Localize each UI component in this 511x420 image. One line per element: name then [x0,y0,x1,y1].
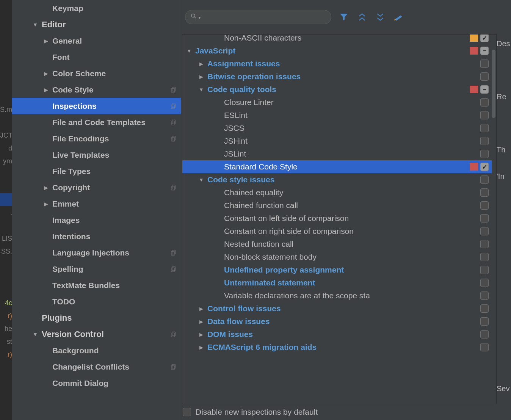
inspection-eslint[interactable]: ESLint [182,109,492,122]
filter-icon[interactable] [338,11,350,23]
inspection-assignment-issues[interactable]: ▶Assignment issues [182,57,492,70]
sidebar-item-intentions[interactable]: Intentions [12,228,181,244]
inspection-checkbox[interactable] [480,150,489,158]
inspection-code-style-issues[interactable]: ▼Code style issues [182,173,492,186]
inspection-checkbox[interactable] [480,34,489,42]
inspection-checkbox[interactable] [480,60,489,68]
inspection-checkbox[interactable] [480,266,489,274]
expand-all-icon[interactable] [356,11,368,23]
inspection-non-block-statement-body[interactable]: Non-block statement body [182,251,492,263]
sidebar-item-file-types[interactable]: File Types [12,163,181,179]
sidebar-item-file-and-code-templates[interactable]: File and Code Templates [12,114,181,130]
sidebar-item-editor[interactable]: ▼Editor [12,16,181,33]
sidebar-item-changelist-conflicts[interactable]: Changelist Conflicts [12,359,181,375]
inspection-checkbox[interactable] [480,47,489,55]
sidebar-item-plugins[interactable]: Plugins [12,310,181,326]
inspection-label: Constant on left side of comparison [224,214,480,223]
inspection-jslint[interactable]: JSLint [182,147,492,160]
inspection-dom-issues[interactable]: ▶DOM issues [182,328,492,341]
inspection-data-flow-issues[interactable]: ▶Data flow issues [182,315,492,328]
svg-rect-6 [172,136,175,140]
inspection-label: ECMAScript 6 migration aids [207,343,480,352]
svg-rect-14 [172,332,175,336]
search-input[interactable] [185,10,331,24]
inspection-constant-on-left-side-of-comparison[interactable]: Constant on left side of comparison [182,212,492,225]
inspection-checkbox[interactable] [480,291,489,300]
sidebar-item-language-injections[interactable]: Language Injections [12,244,181,261]
inspection-jscs[interactable]: JSCS [182,122,492,135]
sidebar-item-general[interactable]: ▶General [12,33,181,49]
inspection-checkbox[interactable] [480,240,489,248]
inspection-checkbox[interactable] [480,330,489,339]
inspection-checkbox[interactable] [480,176,489,184]
inspection-checkbox[interactable] [480,111,489,119]
sidebar-item-textmate-bundles[interactable]: TextMate Bundles [12,277,181,293]
sidebar-item-live-templates[interactable]: Live Templates [12,147,181,163]
inspection-checkbox[interactable] [480,317,489,326]
inspection-checkbox[interactable] [480,188,489,197]
sidebar-item-version-control[interactable]: ▼Version Control [12,326,181,342]
inspection-jshint[interactable]: JSHint [182,135,492,147]
inspection-non-ascii-characters[interactable]: Non-ASCII characters [182,34,492,44]
inspection-checkbox[interactable] [480,163,489,171]
sidebar-item-label: Emmet [52,199,177,208]
reset-icon[interactable] [393,11,404,23]
inspection-chained-function-call[interactable]: Chained function call [182,199,492,212]
sidebar-item-spelling[interactable]: Spelling [12,261,181,277]
inspection-label: Unterminated statement [224,278,480,287]
inspection-standard-code-style[interactable]: Standard Code Style [182,160,492,173]
sidebar-item-emmet[interactable]: ▶Emmet [12,196,181,212]
svg-rect-5 [171,121,174,125]
project-scope-icon [170,86,177,93]
inspection-checkbox[interactable] [480,85,489,94]
svg-rect-2 [172,103,175,108]
sidebar-item-commit-dialog[interactable]: Commit Dialog [12,375,181,391]
inspection-control-flow-issues[interactable]: ▶Control flow issues [182,302,492,315]
inspection-checkbox[interactable] [480,124,489,132]
inspection-chained-equality[interactable]: Chained equality [182,186,492,199]
sidebar-item-color-scheme[interactable]: ▶Color Scheme [12,65,181,81]
inspection-checkbox[interactable] [480,227,489,235]
inspection-checkbox[interactable] [480,279,489,287]
sidebar-item-todo[interactable]: TODO [12,293,181,310]
inspection-checkbox[interactable] [480,201,489,210]
sidebar-item-copyright[interactable]: ▶Copyright [12,179,181,196]
sidebar-item-file-encodings[interactable]: File Encodings [12,130,181,147]
disable-new-checkbox[interactable] [183,408,191,416]
inspection-ecmascript-6-migration-aids[interactable]: ▶ECMAScript 6 migration aids [182,341,492,354]
severity-indicator [470,47,478,55]
inspection-label: Undefined property assignment [224,265,480,274]
inspection-checkbox[interactable] [480,253,489,261]
chevron-right-icon: ▶ [42,185,50,191]
tree-scrollbar[interactable] [492,50,495,118]
inspection-code-quality-tools[interactable]: ▼Code quality tools [182,83,492,96]
inspection-undefined-property-assignment[interactable]: Undefined property assignment [182,263,492,276]
inspection-checkbox[interactable] [480,72,489,81]
inspection-variable-declarations-are-at-the-scope-sta[interactable]: Variable declarations are at the scope s… [182,289,492,302]
inspection-nested-function-call[interactable]: Nested function call [182,238,492,251]
inspection-checkbox[interactable] [480,98,489,107]
inspection-checkbox[interactable] [480,137,489,145]
sidebar-item-code-style[interactable]: ▶Code Style [12,81,181,98]
inspection-bitwise-operation-issues[interactable]: ▶Bitwise operation issues [182,70,492,83]
sidebar-item-background[interactable]: Background [12,342,181,359]
sidebar-item-keymap[interactable]: Keymap [12,0,181,16]
chevron-right-icon: ▶ [42,201,50,207]
inspection-closure-linter[interactable]: Closure Linter [182,96,492,109]
inspection-checkbox[interactable] [480,214,489,223]
inspection-checkbox[interactable] [480,343,489,351]
search-dropdown-icon[interactable]: ▼ [198,16,201,20]
collapse-all-icon[interactable] [375,11,386,23]
inspection-unterminated-statement[interactable]: Unterminated statement [182,276,492,289]
inspection-label: Assignment issues [207,59,480,68]
chevron-right-icon: ▶ [198,319,205,324]
inspection-constant-on-right-side-of-comparison[interactable]: Constant on right side of comparison [182,225,492,238]
sidebar-item-label: File and Code Templates [52,118,170,127]
inspection-javascript[interactable]: ▼JavaScript [182,44,492,57]
sidebar-item-images[interactable]: Images [12,212,181,228]
inspection-checkbox[interactable] [480,304,489,313]
inspection-label: Non-ASCII characters [224,34,470,42]
sidebar-item-font[interactable]: Font [12,49,181,65]
sidebar-item-inspections[interactable]: Inspections [12,98,181,114]
chevron-right-icon: ▶ [198,306,205,312]
